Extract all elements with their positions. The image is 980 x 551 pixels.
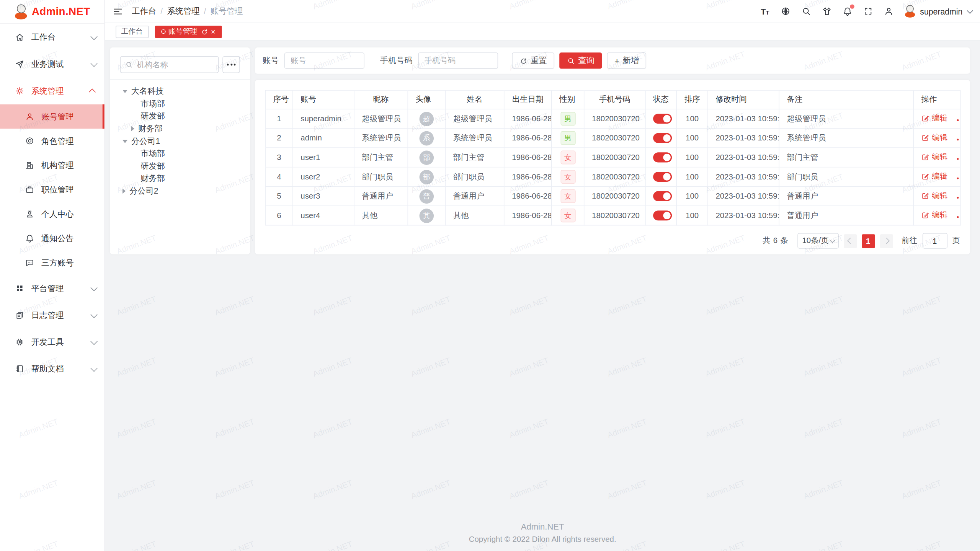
page-tab[interactable]: 工作台 × [116, 25, 149, 38]
close-icon[interactable]: × [211, 28, 215, 36]
column-header[interactable]: 操作 [913, 90, 960, 109]
tree-more-button[interactable] [222, 56, 240, 73]
cell-modified-time: 2023-01-03 10:59:44 [708, 148, 779, 167]
cell-modified-time: 2023-01-03 10:59:44 [708, 129, 779, 148]
font-size-icon[interactable]: TT [760, 6, 770, 16]
sidebar-menu-item[interactable]: 机构管理 [0, 153, 105, 178]
language-icon[interactable] [781, 6, 791, 16]
sidebar-menu-item[interactable]: 平台管理 [0, 275, 105, 302]
notification-icon[interactable] [843, 6, 853, 16]
status-toggle[interactable] [653, 152, 672, 162]
chevron-right-icon [883, 238, 889, 244]
sidebar-menu-item[interactable]: 职位管理 [0, 178, 105, 202]
more-icon[interactable] [957, 139, 960, 141]
more-icon[interactable] [957, 119, 960, 121]
reset-button[interactable]: 重置 [512, 52, 554, 68]
sidebar-menu-item[interactable]: 工作台 [0, 24, 105, 51]
breadcrumb-current: 账号管理 [211, 6, 243, 17]
page-size-select[interactable]: 10条/页 [797, 233, 838, 249]
edit-button[interactable]: 编辑 [921, 152, 948, 163]
more-icon[interactable] [957, 158, 960, 160]
edit-button[interactable]: 编辑 [921, 171, 948, 182]
sidebar-menu-item[interactable]: 帮助文档 [0, 355, 105, 382]
sidebar-menu-item[interactable]: 业务测试 [0, 51, 105, 77]
tree-node[interactable]: 研发部 [120, 110, 240, 122]
column-header[interactable]: 姓名 [445, 90, 504, 109]
edit-button[interactable]: 编辑 [921, 132, 948, 143]
account-input[interactable] [284, 52, 364, 68]
fullscreen-icon[interactable] [863, 6, 873, 16]
sidebar-menu-item[interactable]: 日志管理 [0, 302, 105, 329]
tree-node[interactable]: 研发部 [120, 160, 240, 173]
tree-node[interactable]: 财务部 [120, 173, 240, 185]
table-row: 6 user4 其他 其 其他 1986-06-28 女 18020030720… [265, 206, 960, 225]
sidebar-menu-item[interactable]: 通知公告 [0, 226, 105, 251]
search-icon[interactable] [801, 6, 811, 16]
edit-button[interactable]: 编辑 [921, 113, 948, 124]
edit-button[interactable]: 编辑 [921, 191, 948, 201]
column-header[interactable]: 昵称 [354, 90, 408, 109]
column-header[interactable]: 头像 [408, 90, 445, 109]
status-toggle[interactable] [653, 114, 672, 124]
total-count: 共 6 条 [763, 236, 789, 246]
column-header[interactable]: 手机号码 [584, 90, 645, 109]
sidebar-menu-item[interactable]: 个人中心 [0, 202, 105, 226]
tree-node[interactable]: 分公司1 [120, 135, 240, 148]
column-header[interactable]: 账号 [293, 90, 354, 109]
sidebar-menu-item[interactable]: 三方账号 [0, 251, 105, 275]
collapse-sidebar-icon[interactable] [113, 6, 123, 17]
add-button[interactable]: + 新增 [607, 52, 646, 68]
column-header[interactable]: 备注 [779, 90, 913, 109]
page-tab[interactable]: 账号管理 × [155, 25, 222, 38]
more-icon[interactable] [957, 178, 960, 179]
tree-node[interactable]: 市场部 [120, 98, 240, 110]
org-search-input[interactable] [120, 56, 219, 73]
logo[interactable]: Admin.NET [0, 0, 105, 24]
tree-node[interactable]: 市场部 [120, 147, 240, 160]
phone-input[interactable] [418, 52, 498, 68]
status-toggle[interactable] [653, 210, 672, 220]
more-icon[interactable] [957, 197, 960, 199]
sidebar-menu-item[interactable]: 角色管理 [0, 129, 105, 153]
status-toggle[interactable] [653, 133, 672, 143]
column-header[interactable]: 修改时间 [708, 90, 779, 109]
tree-node-label: 分公司2 [129, 186, 158, 197]
sidebar-menu-item[interactable]: 账号管理 [0, 104, 105, 129]
sidebar-menu-item[interactable]: 开发工具 [0, 329, 105, 355]
column-header[interactable]: 性别 [552, 90, 584, 109]
menu-item-icon [15, 86, 24, 95]
menu-item-icon [25, 234, 34, 243]
table-row: 2 admin 系统管理员 系 系统管理员 1986-06-28 男 18020… [265, 129, 960, 148]
chevron-left-icon [847, 238, 853, 244]
next-page-button[interactable] [880, 234, 893, 248]
column-header[interactable]: 出生日期 [504, 90, 552, 109]
theme-icon[interactable] [822, 6, 832, 16]
tree-node[interactable]: 分公司2 [120, 185, 240, 197]
profile-icon[interactable] [884, 6, 894, 16]
cell-phone: 18020030720 [584, 206, 645, 225]
breadcrumb-item[interactable]: 系统管理 [167, 6, 199, 17]
more-icon[interactable] [957, 216, 960, 218]
breadcrumb-item[interactable]: 工作台 [132, 6, 156, 17]
table-row: 4 user2 部门职员 部 部门职员 1986-06-28 女 1802003… [265, 167, 960, 187]
cell-name: 部门职员 [445, 167, 504, 187]
user-menu[interactable]: superadmin [905, 5, 972, 18]
sidebar-menu-item[interactable]: 系统管理 [0, 77, 105, 104]
current-page[interactable]: 1 [862, 234, 875, 248]
tree-node[interactable]: 大名科技 [120, 85, 240, 98]
refresh-icon [519, 57, 528, 65]
tree-node[interactable]: 财务部 [120, 122, 240, 135]
status-toggle[interactable] [653, 191, 672, 201]
column-header[interactable]: 状态 [645, 90, 677, 109]
query-button[interactable]: 查询 [559, 52, 602, 68]
edit-button[interactable]: 编辑 [921, 210, 948, 221]
refresh-icon[interactable] [200, 28, 208, 36]
column-header[interactable]: 序号 [265, 90, 293, 109]
prev-page-button[interactable] [843, 234, 856, 248]
goto-page-input[interactable] [922, 233, 947, 249]
cell-order: 100 [676, 129, 708, 148]
cell-phone: 18020030720 [584, 129, 645, 148]
column-header[interactable]: 排序 [676, 90, 708, 109]
menu-item-icon [15, 33, 24, 42]
status-toggle[interactable] [653, 172, 672, 182]
